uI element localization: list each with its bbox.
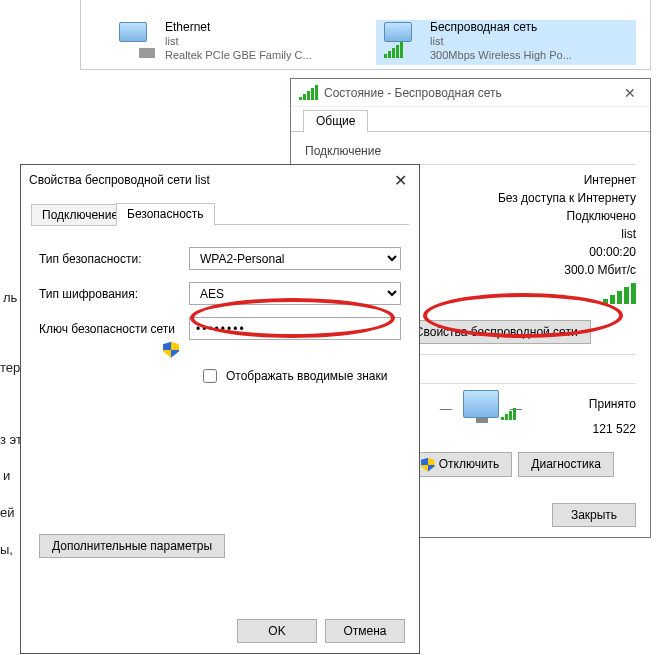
close-button[interactable]: Закрыть <box>552 503 636 527</box>
status-tabs: Общие <box>291 107 650 132</box>
ethernet-network: list <box>165 34 312 48</box>
encryption-type-label: Тип шифрования: <box>39 287 189 301</box>
properties-title: Свойства беспроводной сети list <box>29 173 390 187</box>
status-window-title: Состояние - Беспроводная сеть <box>324 86 612 100</box>
bg-text: ы, <box>0 542 13 557</box>
ethernet-device: Realtek PCIe GBE Family C... <box>165 48 312 62</box>
signal-icon <box>299 85 318 100</box>
bg-text: ей <box>0 505 15 520</box>
bg-text: з эт <box>0 432 22 447</box>
ipv4-value: Интернет <box>584 173 636 187</box>
wireless-properties-button[interactable]: Свойства беспроводной сети <box>402 320 591 344</box>
ethernet-icon <box>117 20 157 60</box>
ethernet-title: Ethernet <box>165 20 312 34</box>
activity-icon: — — <box>436 390 526 418</box>
speed-value: 300.0 Мбит/с <box>564 263 636 277</box>
tab-security[interactable]: Безопасность <box>116 203 215 226</box>
ssid-value: list <box>621 227 636 241</box>
close-icon[interactable]: ✕ <box>390 171 411 190</box>
diagnostics-button[interactable]: Диагностика <box>518 452 614 477</box>
security-type-select[interactable]: WPA2-Personal <box>189 247 401 270</box>
media-state-value: Подключено <box>567 209 636 223</box>
security-type-label: Тип безопасности: <box>39 252 189 266</box>
encryption-type-select[interactable]: AES <box>189 282 401 305</box>
bg-text: и <box>3 468 10 483</box>
shield-icon <box>163 342 179 358</box>
bytes-received-value: 121 522 <box>556 422 636 436</box>
received-label: Принято <box>589 397 636 411</box>
duration-value: 00:00:20 <box>589 245 636 259</box>
wireless-properties-dialog: Свойства беспроводной сети list ✕ Подклю… <box>20 164 420 654</box>
wireless-title: Беспроводная сеть <box>430 20 572 34</box>
wireless-icon <box>382 20 422 60</box>
ok-button[interactable]: OK <box>237 619 317 643</box>
signal-bars-icon <box>603 283 636 304</box>
shield-icon <box>421 458 435 472</box>
security-key-label: Ключ безопасности сети <box>39 322 189 336</box>
properties-titlebar[interactable]: Свойства беспроводной сети list ✕ <box>21 165 419 195</box>
security-key-input[interactable] <box>189 317 401 340</box>
status-titlebar[interactable]: Состояние - Беспроводная сеть ✕ <box>291 79 650 107</box>
show-characters-label: Отображать вводимые знаки <box>226 369 387 383</box>
wireless-device: 300Mbps Wireless High Po... <box>430 48 572 62</box>
connection-section-title: Подключение <box>305 144 636 158</box>
advanced-settings-button[interactable]: Дополнительные параметры <box>39 534 225 558</box>
disable-button[interactable]: Отключить <box>408 452 513 477</box>
show-characters-checkbox[interactable] <box>203 369 217 383</box>
wireless-network: list <box>430 34 572 48</box>
cancel-button[interactable]: Отмена <box>325 619 405 643</box>
tab-general[interactable]: Общие <box>303 110 368 133</box>
ethernet-adapter-item[interactable]: Ethernet list Realtek PCIe GBE Family C.… <box>111 20 371 65</box>
close-icon[interactable]: ✕ <box>618 85 642 101</box>
tab-connection[interactable]: Подключение <box>31 204 129 226</box>
wireless-adapter-item[interactable]: Беспроводная сеть list 300Mbps Wireless … <box>376 20 636 65</box>
bg-text: тер <box>0 360 20 375</box>
bg-text: ль <box>3 290 17 305</box>
network-connections-list: Ethernet list Realtek PCIe GBE Family C.… <box>80 0 651 70</box>
ipv6-value: Без доступа к Интернету <box>498 191 636 205</box>
